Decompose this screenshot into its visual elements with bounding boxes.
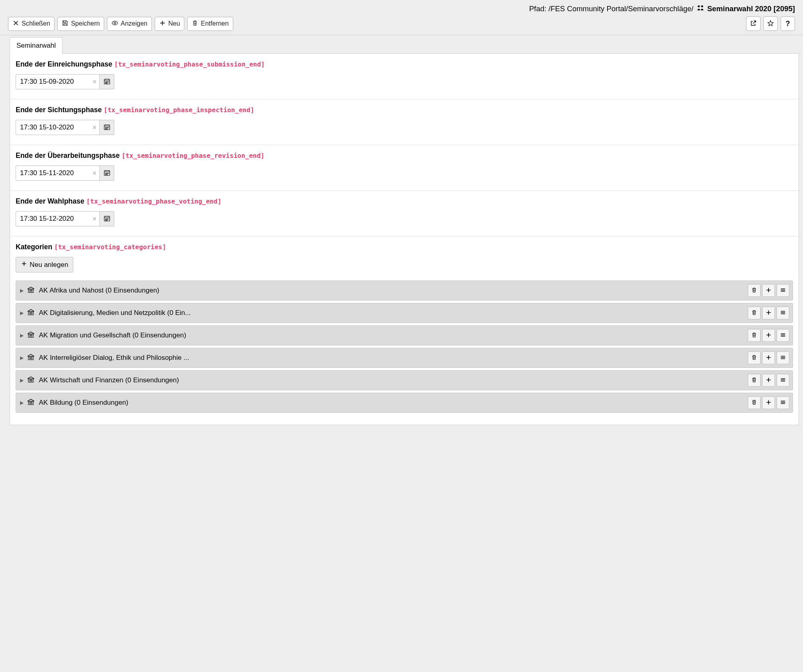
expand-caret-icon[interactable]: ▶	[20, 333, 24, 338]
path-value: /FES Community Portal/Seminarvorschläge/	[549, 4, 694, 13]
hamburger-icon	[780, 287, 786, 295]
category-add-button[interactable]	[762, 329, 775, 342]
datepicker-button[interactable]	[100, 211, 114, 226]
date-input[interactable]	[16, 165, 100, 181]
path-prefix: Pfad:	[529, 4, 548, 13]
plus-icon	[765, 332, 772, 339]
expand-caret-icon[interactable]: ▶	[20, 400, 24, 406]
field-label: Ende der Sichtungsphase	[16, 106, 102, 114]
category-delete-button[interactable]	[748, 374, 761, 387]
add-category-button[interactable]: Neu anlegen	[16, 257, 73, 272]
save-icon	[62, 20, 69, 28]
new-button[interactable]: Neu	[155, 17, 184, 31]
bank-icon	[27, 398, 35, 408]
record-icon	[696, 4, 704, 12]
field-label: Ende der Einreichungsphase	[16, 60, 112, 68]
calendar-icon	[103, 169, 111, 178]
categories-section: Kategorien [tx_seminarvoting_categories]…	[10, 236, 799, 425]
categories-tech-key: [tx_seminarvoting_categories]	[54, 243, 166, 251]
category-delete-button[interactable]	[748, 307, 761, 319]
plus-icon	[765, 399, 772, 407]
category-item[interactable]: ▶ AK Afrika und Nahost (0 Einsendungen)	[16, 281, 793, 301]
page-title: Seminarwahl 2020 [2095]	[707, 4, 795, 13]
field-tech-key: [tx_seminarvoting_phase_inspection_end]	[104, 106, 254, 114]
category-add-button[interactable]	[762, 307, 775, 319]
expand-caret-icon[interactable]: ▶	[20, 355, 24, 361]
category-item[interactable]: ▶ AK Wirtschaft und Finanzen (0 Einsendu…	[16, 370, 793, 390]
open-external-button[interactable]	[746, 16, 761, 31]
tab-seminarwahl[interactable]: Seminarwahl	[10, 37, 63, 54]
category-add-button[interactable]	[762, 374, 775, 387]
delete-label: Entfernen	[201, 20, 228, 27]
date-input[interactable]	[16, 74, 100, 89]
date-input[interactable]	[16, 211, 100, 226]
plus-icon	[159, 20, 166, 28]
category-delete-button[interactable]	[748, 396, 761, 409]
category-delete-button[interactable]	[748, 351, 761, 364]
category-drag-handle[interactable]	[777, 284, 789, 297]
datepicker-button[interactable]	[100, 74, 114, 89]
save-label: Speichern	[71, 20, 100, 27]
bookmark-button[interactable]	[763, 16, 778, 31]
expand-caret-icon[interactable]: ▶	[20, 310, 24, 316]
clear-input-button[interactable]: ×	[92, 215, 97, 223]
field-tech-key: [tx_seminarvoting_phase_voting_end]	[86, 198, 221, 205]
category-title: AK Interreligiöser Dialog, Ethik und Phi…	[38, 354, 744, 362]
help-button[interactable]: ?	[781, 16, 795, 31]
category-title: AK Wirtschaft und Finanzen (0 Einsendung…	[38, 376, 744, 384]
category-drag-handle[interactable]	[777, 351, 789, 364]
plus-icon	[765, 287, 772, 295]
date-field-section: Ende der Einreichungsphase [tx_seminarvo…	[10, 54, 799, 99]
breadcrumb: Pfad: /FES Community Portal/Seminarvorsc…	[0, 0, 803, 16]
category-drag-handle[interactable]	[777, 329, 789, 342]
category-delete-button[interactable]	[748, 329, 761, 342]
form-panel: Ende der Einreichungsphase [tx_seminarvo…	[10, 53, 799, 425]
help-label: ?	[786, 20, 790, 28]
category-add-button[interactable]	[762, 351, 775, 364]
trash-icon	[192, 20, 198, 28]
datepicker-button[interactable]	[100, 120, 114, 135]
category-add-button[interactable]	[762, 396, 775, 409]
tab-strip: Seminarwahl	[10, 37, 799, 53]
delete-button[interactable]: Entfernen	[187, 17, 233, 31]
trash-icon	[751, 332, 757, 339]
trash-icon	[751, 399, 757, 407]
save-button[interactable]: Speichern	[57, 17, 104, 31]
category-item[interactable]: ▶ AK Digitalisierung, Medien und Netzpol…	[16, 303, 793, 323]
category-drag-handle[interactable]	[777, 374, 789, 387]
field-tech-key: [tx_seminarvoting_phase_revision_end]	[122, 152, 264, 159]
expand-caret-icon[interactable]: ▶	[20, 377, 24, 383]
category-title: AK Migration und Gesellschaft (0 Einsend…	[38, 331, 744, 339]
category-item[interactable]: ▶ AK Interreligiöser Dialog, Ethik und P…	[16, 348, 793, 368]
clear-input-button[interactable]: ×	[92, 123, 97, 132]
field-tech-key: [tx_seminarvoting_phase_submission_end]	[114, 61, 265, 68]
hamburger-icon	[780, 399, 786, 407]
expand-caret-icon[interactable]: ▶	[20, 288, 24, 293]
category-delete-button[interactable]	[748, 284, 761, 297]
hamburger-icon	[780, 332, 786, 339]
datepicker-button[interactable]	[100, 165, 114, 181]
category-item[interactable]: ▶ AK Migration und Gesellschaft (0 Einse…	[16, 325, 793, 345]
calendar-icon	[103, 123, 111, 132]
clear-input-button[interactable]: ×	[92, 169, 97, 178]
close-button[interactable]: Schließen	[8, 17, 54, 31]
bank-icon	[27, 331, 35, 340]
bank-icon	[27, 353, 35, 363]
category-title: AK Bildung (0 Einsendungen)	[38, 399, 744, 407]
category-add-button[interactable]	[762, 284, 775, 297]
view-button[interactable]: Anzeigen	[107, 17, 152, 31]
category-drag-handle[interactable]	[777, 396, 789, 409]
date-input[interactable]	[16, 120, 100, 135]
plus-icon	[765, 377, 772, 384]
calendar-icon	[103, 78, 111, 86]
categories-label: Kategorien	[16, 243, 52, 251]
category-drag-handle[interactable]	[777, 307, 789, 319]
bank-icon	[27, 308, 35, 318]
category-item[interactable]: ▶ AK Bildung (0 Einsendungen)	[16, 393, 793, 413]
plus-icon	[21, 260, 27, 269]
trash-icon	[751, 354, 757, 362]
category-title: AK Digitalisierung, Medien und Netzpolit…	[38, 309, 744, 317]
clear-input-button[interactable]: ×	[92, 78, 97, 86]
external-link-icon	[750, 20, 757, 28]
date-field-section: Ende der Überarbeitungsphase [tx_seminar…	[10, 145, 799, 191]
